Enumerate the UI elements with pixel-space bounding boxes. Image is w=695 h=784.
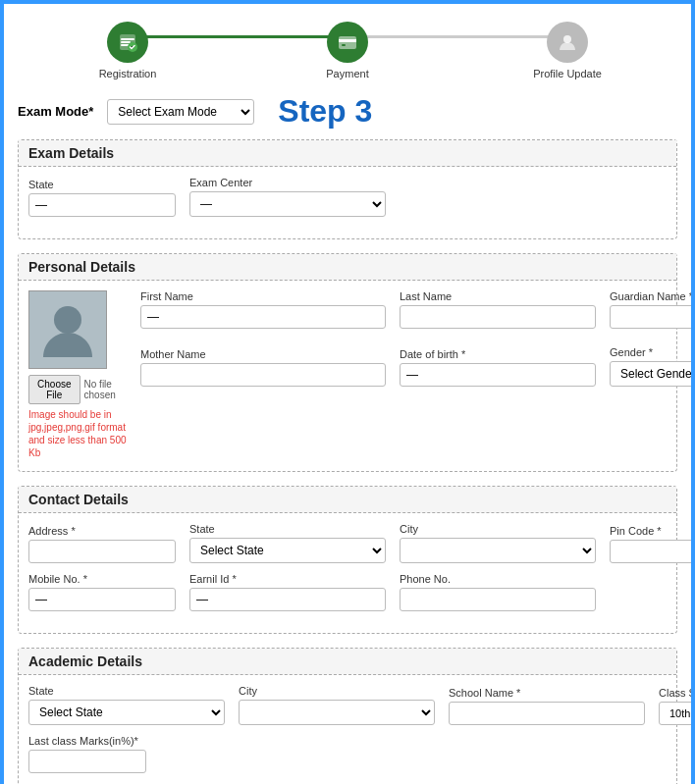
phone-label: Phone No. (400, 573, 596, 585)
school-label: School Name * (449, 687, 645, 699)
contact-row2: Mobile No. * Earnil Id * Phone No. (28, 573, 667, 611)
academic-row2: Last class Marks(in%)* (28, 735, 667, 773)
file-row: Choose File No file chosen (28, 375, 127, 404)
academic-details-title: Academic Details (19, 649, 676, 675)
img-hint: Image should be in jpg,jpeg,png,gif form… (28, 408, 127, 459)
no-file-text: No file chosen (84, 379, 127, 400)
academic-row1: State Select State City School Name * (28, 685, 667, 725)
mobile-group: Mobile No. * (28, 573, 176, 611)
school-group: School Name * (449, 687, 645, 725)
class-label: Class Studying (659, 687, 695, 699)
mother-name-label: Mother Name (140, 348, 386, 360)
contact-city-label: City (400, 523, 596, 535)
academic-city-group: City (239, 685, 435, 725)
class-select[interactable]: 10th studying-Engineering aapin 9th 11th… (659, 702, 695, 725)
last-marks-input[interactable] (28, 750, 146, 773)
exam-mode-row: Exam Mode* Select Exam Mode Online Offli… (18, 93, 677, 130)
gender-label: Gender * (610, 346, 695, 358)
guardian-name-label: Guardian Name * (610, 290, 695, 302)
academic-state-label: State (28, 685, 225, 697)
exam-details-section: Exam Details State Exam Center — (18, 139, 677, 239)
exam-state-label: State (28, 179, 176, 190)
step-label-registration: Registration (99, 68, 157, 79)
guardian-name-input[interactable] (610, 305, 695, 329)
mobile-input[interactable] (28, 588, 176, 611)
academic-state-select[interactable]: Select State (28, 700, 225, 725)
step-circle-payment (327, 22, 368, 63)
photo-placeholder (28, 290, 107, 369)
contact-state-select[interactable]: Select State (189, 538, 386, 563)
personal-details-section: Personal Details Choose File No file cho… (18, 253, 677, 472)
exam-center-group: Exam Center — (189, 177, 386, 217)
contact-city-select[interactable] (400, 538, 596, 563)
pincode-input[interactable] (610, 540, 695, 563)
exam-mode-select[interactable]: Select Exam Mode Online Offline (107, 99, 254, 125)
step-circle-profile (547, 22, 588, 63)
class-group: Class Studying 10th studying-Engineering… (659, 687, 695, 725)
step-label-payment: Payment (326, 68, 368, 79)
contact-state-group: State Select State (189, 523, 386, 563)
personal-fields: First Name Last Name Guardian Name * (140, 290, 695, 459)
exam-state-input[interactable] (28, 193, 176, 217)
exam-details-title: Exam Details (19, 140, 676, 167)
academic-city-label: City (239, 685, 435, 697)
personal-grid: Choose File No file chosen Image should … (28, 290, 667, 459)
address-input[interactable] (28, 540, 176, 563)
svg-rect-4 (342, 44, 346, 46)
pincode-label: Pin Code * (610, 525, 695, 537)
contact-row1: Address * State Select State City Pi (28, 523, 667, 563)
phone-group: Phone No. (400, 573, 596, 611)
last-marks-label: Last class Marks(in%)* (28, 735, 146, 747)
phone-input[interactable] (400, 588, 596, 611)
exam-state-group: State (28, 179, 176, 217)
first-name-group: First Name (140, 290, 386, 329)
address-group: Address * (28, 525, 176, 563)
step-registration: Registration (18, 22, 238, 79)
email-label: Earnil Id * (189, 573, 386, 585)
address-label: Address * (28, 525, 176, 537)
dob-label: Date of birth * (400, 348, 596, 360)
mother-name-group: Mother Name (140, 348, 386, 387)
academic-details-section: Academic Details State Select State City… (18, 648, 677, 784)
step3-title: Step 3 (278, 93, 372, 130)
dob-input[interactable] (400, 363, 596, 387)
choose-file-btn[interactable]: Choose File (28, 375, 80, 404)
mother-name-input[interactable] (140, 363, 386, 387)
step-profile-update: Profile Update (457, 22, 677, 79)
mobile-label: Mobile No. * (28, 573, 176, 585)
pincode-group: Pin Code * (610, 525, 695, 563)
step-payment: Payment (238, 22, 457, 79)
progress-bar: Registration Payment Profile Update (18, 14, 677, 79)
dob-group: Date of birth * (400, 348, 596, 387)
last-name-label: Last Name (400, 290, 596, 302)
gender-select[interactable]: Select Gender Male Female Other (610, 361, 695, 387)
email-group: Earnil Id * (189, 573, 386, 611)
last-marks-group: Last class Marks(in%)* (28, 735, 146, 773)
exam-center-label: Exam Center (189, 177, 386, 188)
exam-center-select[interactable]: — (189, 191, 386, 217)
contact-details-section: Contact Details Address * State Select S… (18, 486, 677, 634)
first-name-input[interactable] (140, 305, 386, 329)
name-row: First Name Last Name Guardian Name * (140, 290, 695, 329)
first-name-label: First Name (140, 290, 386, 302)
academic-city-select[interactable] (239, 700, 435, 725)
last-name-group: Last Name (400, 290, 596, 329)
exam-mode-label: Exam Mode* (18, 104, 93, 119)
school-input[interactable] (449, 702, 645, 725)
svg-point-5 (563, 35, 571, 43)
svg-rect-2 (339, 36, 356, 49)
step-circle-registration (107, 22, 148, 63)
svg-rect-3 (339, 39, 356, 42)
guardian-name-group: Guardian Name * (610, 290, 695, 329)
extra-row: Mother Name Date of birth * Gender * Sel… (140, 346, 695, 387)
personal-details-title: Personal Details (19, 254, 676, 281)
gender-group: Gender * Select Gender Male Female Other (610, 346, 695, 387)
email-input[interactable] (189, 588, 386, 611)
photo-section: Choose File No file chosen Image should … (28, 290, 127, 459)
last-name-input[interactable] (400, 305, 596, 329)
svg-point-6 (54, 306, 81, 334)
exam-details-row: State Exam Center — (28, 177, 667, 217)
contact-details-title: Contact Details (19, 487, 676, 513)
academic-state-group: State Select State (28, 685, 225, 725)
contact-state-label: State (189, 523, 386, 535)
